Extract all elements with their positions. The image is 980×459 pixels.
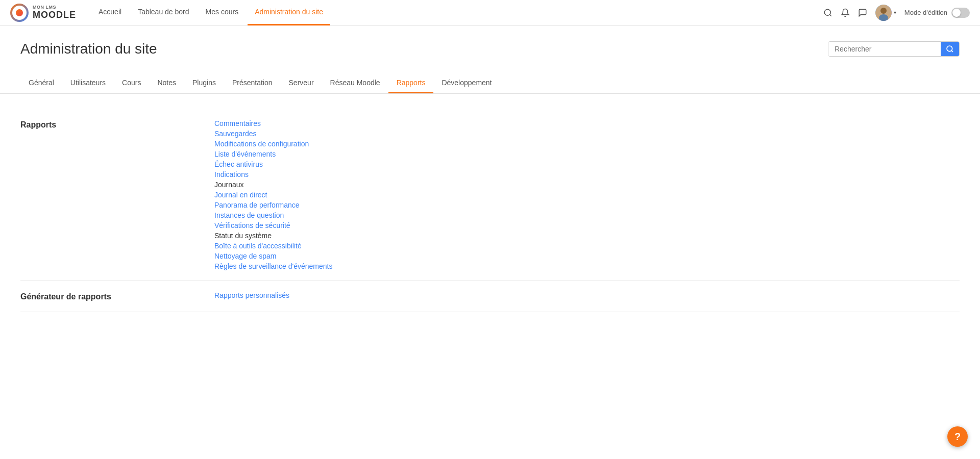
link-journal-direct[interactable]: Journal en direct [214,191,332,199]
toggle-knob [952,9,961,17]
tab-developpement[interactable]: Développement [433,73,500,93]
search-button[interactable] [941,42,959,56]
tab-presentation[interactable]: Présentation [224,73,281,93]
tab-cours[interactable]: Cours [114,73,149,93]
brand-logo[interactable]: MON LMS MOODLE [10,4,76,22]
svg-line-6 [951,50,953,52]
link-echec-antivirus[interactable]: Échec antivirus [214,160,332,168]
logo-icon [10,4,29,22]
chevron-down-icon: ▾ [894,10,896,15]
page-title: Administration du site [20,41,157,57]
tab-rapports[interactable]: Rapports [388,73,434,93]
link-rapports-personnalises[interactable]: Rapports personnalisés [214,291,289,299]
link-liste-evenements[interactable]: Liste d'événements [214,150,332,158]
text-statut-systeme: Statut du système [214,232,332,240]
link-commentaires[interactable]: Commentaires [214,119,332,128]
svg-point-5 [947,46,952,52]
link-regles-surveillance[interactable]: Règles de surveillance d'événements [214,262,332,270]
link-instances-question[interactable]: Instances de question [214,211,332,219]
section-rapports-links: Commentaires Sauvegardes Modifications d… [214,119,332,270]
edit-mode-toggle: Mode d'édition [904,8,970,18]
link-sauvegardes[interactable]: Sauvegardes [214,130,332,138]
section-rapports-title: Rapports [20,119,214,270]
text-journaux: Journaux [214,181,332,189]
tab-serveur[interactable]: Serveur [281,73,322,93]
section-generateur-title: Générateur de rapports [20,291,214,301]
nav-link-tableau-de-bord[interactable]: Tableau de bord [131,0,196,26]
tab-reseau-moodle[interactable]: Réseau Moodle [322,73,388,93]
link-verifications-securite[interactable]: Vérifications de sécurité [214,221,332,230]
page-header: Administration du site [0,26,980,57]
link-panorama-performance[interactable]: Panorama de performance [214,201,332,209]
nav-link-accueil[interactable]: Accueil [91,0,129,26]
edit-mode-label: Mode d'édition [904,9,947,16]
search-icon[interactable] [823,8,832,17]
link-modifications-config[interactable]: Modifications de configuration [214,140,332,148]
svg-line-1 [829,14,831,16]
link-boite-accessibilite[interactable]: Boîte à outils d'accessibilité [214,242,332,250]
nav-link-mes-cours[interactable]: Mes cours [199,0,246,26]
tab-plugins[interactable]: Plugins [184,73,224,93]
search-input[interactable] [828,42,941,56]
edit-mode-switch[interactable] [951,8,970,18]
tabs-container: Général Utilisateurs Cours Notes Plugins… [0,65,980,94]
nav-link-administration[interactable]: Administration du site [248,0,330,26]
tab-notes[interactable]: Notes [149,73,184,93]
brand-main-label: MOODLE [33,10,76,20]
navbar: MON LMS MOODLE Accueil Tableau de bord M… [0,0,980,26]
nav-right: ▾ Mode d'édition [823,5,970,21]
link-nettoyage-spam[interactable]: Nettoyage de spam [214,252,332,260]
nav-links: Accueil Tableau de bord Mes cours Admini… [91,0,823,26]
content-area: Rapports Commentaires Sauvegardes Modifi… [0,94,980,327]
avatar [875,5,892,21]
link-indications[interactable]: Indications [214,170,332,178]
svg-point-3 [880,8,887,14]
tab-utilisateurs[interactable]: Utilisateurs [62,73,114,93]
section-generateur: Générateur de rapports Rapports personna… [20,281,960,312]
search-box [828,41,960,57]
user-menu-button[interactable]: ▾ [875,5,896,21]
svg-point-0 [824,9,830,15]
section-rapports: Rapports Commentaires Sauvegardes Modifi… [20,109,960,281]
message-icon[interactable] [858,8,867,17]
help-fab[interactable]: ? [947,426,968,447]
bell-icon[interactable] [841,8,850,17]
tabs: Général Utilisateurs Cours Notes Plugins… [20,73,960,93]
main-content: Administration du site Général Utilisate… [0,26,980,459]
section-generateur-links: Rapports personnalisés [214,291,289,301]
tab-general[interactable]: Général [20,73,62,93]
